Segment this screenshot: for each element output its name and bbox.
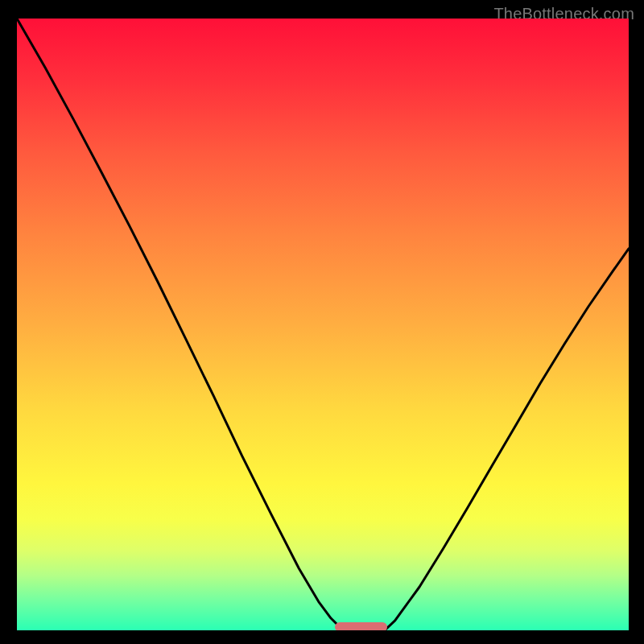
bottleneck-curve [17, 19, 629, 630]
curve-left-branch [17, 19, 343, 630]
plot-area [17, 19, 629, 630]
curve-right-branch [385, 249, 629, 630]
chart-frame: TheBottleneck.com [0, 0, 644, 644]
optimal-range-marker [335, 622, 387, 630]
